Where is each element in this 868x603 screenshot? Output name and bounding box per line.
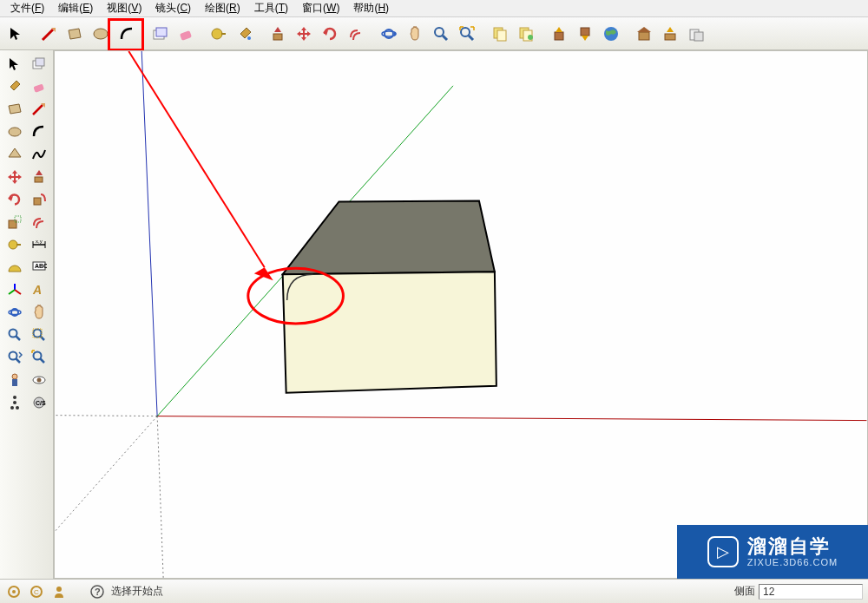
rotate-tool[interactable] — [318, 22, 342, 46]
menu-view[interactable]: 视图(V) — [100, 0, 148, 17]
viewport-3d[interactable] — [54, 50, 868, 579]
zoom-icon[interactable] — [3, 324, 26, 345]
svg-rect-28 — [33, 83, 44, 92]
offset-icon[interactable] — [28, 212, 50, 233]
menu-edit[interactable]: 编辑(E) — [51, 0, 100, 17]
polygon-icon[interactable] — [3, 144, 26, 165]
push-pull-tool[interactable] — [266, 22, 290, 46]
eraser-icon[interactable] — [28, 76, 50, 97]
arc-icon[interactable] — [28, 121, 50, 142]
look-around-icon[interactable] — [28, 370, 50, 390]
move-tool[interactable] — [292, 22, 316, 46]
tape-icon[interactable] — [3, 234, 26, 255]
layers-icon-2[interactable] — [514, 22, 538, 46]
rectangle-tool[interactable] — [62, 22, 87, 46]
circle-tool[interactable] — [89, 22, 113, 46]
rotate-icon[interactable] — [3, 189, 26, 210]
protractor-icon[interactable] — [3, 257, 26, 278]
status-geo-icon[interactable] — [5, 583, 23, 600]
globe-icon[interactable] — [599, 22, 623, 46]
rectangle-icon[interactable] — [3, 99, 26, 120]
svg-point-12 — [461, 28, 470, 36]
menu-help[interactable]: 帮助(H) — [346, 0, 396, 17]
previous-icon[interactable] — [3, 347, 26, 368]
select-icon[interactable] — [3, 54, 26, 75]
circle-icon[interactable] — [3, 121, 26, 142]
svg-rect-35 — [16, 244, 21, 246]
upload-icon[interactable] — [658, 22, 682, 46]
zoom-extents-tool[interactable] — [455, 22, 479, 46]
svg-line-44 — [15, 290, 21, 294]
svg-text:C: C — [34, 588, 39, 596]
svg-text:ABC: ABC — [35, 263, 47, 269]
orbit-tool[interactable] — [377, 22, 401, 46]
svg-line-54 — [16, 359, 20, 364]
left-toolbar: x,y ABC A C/S — [0, 50, 54, 579]
pan-tool[interactable] — [403, 22, 427, 46]
svg-point-57 — [12, 374, 17, 379]
measure-field[interactable]: 12 — [759, 584, 863, 600]
3dtext-icon[interactable]: A — [28, 279, 50, 300]
zoom-tool[interactable] — [429, 22, 453, 46]
followme-icon[interactable] — [28, 189, 50, 210]
position-camera-icon[interactable] — [3, 370, 26, 390]
paint-icon[interactable] — [3, 76, 26, 97]
status-credits-icon[interactable]: C — [28, 583, 45, 600]
status-hint: 选择开始点 — [111, 584, 163, 599]
menu-camera[interactable]: 镜头(C) — [148, 0, 198, 17]
get-models-tool[interactable] — [547, 22, 571, 46]
svg-point-64 — [13, 396, 16, 399]
svg-rect-7 — [273, 34, 282, 40]
svg-text:C/S: C/S — [36, 400, 46, 406]
svg-marker-67 — [283, 200, 495, 274]
zoom-extents-icon[interactable] — [28, 347, 50, 368]
svg-rect-32 — [9, 220, 16, 228]
component-icon[interactable] — [28, 54, 50, 75]
dimension-icon[interactable]: x,y — [28, 234, 50, 255]
orbit-icon[interactable] — [3, 302, 26, 323]
layers-icon[interactable] — [488, 22, 512, 46]
menu-file[interactable]: 文件(F) — [3, 0, 51, 17]
tape-measure-tool[interactable] — [207, 22, 231, 46]
warehouse-icon[interactable] — [632, 22, 656, 46]
menu-tools[interactable]: 工具(T) — [247, 0, 295, 17]
offset-tool[interactable] — [344, 22, 368, 46]
axis-green-neg — [56, 416, 158, 532]
walk-icon[interactable] — [3, 392, 26, 413]
axes-icon[interactable] — [3, 279, 26, 300]
svg-rect-31 — [34, 198, 41, 205]
svg-rect-20 — [581, 28, 589, 36]
pushpull-icon[interactable] — [28, 167, 50, 187]
pan-icon[interactable] — [28, 302, 50, 323]
export-icon[interactable] — [684, 22, 708, 46]
svg-rect-15 — [497, 30, 506, 41]
svg-point-10 — [435, 28, 444, 36]
svg-rect-23 — [665, 34, 675, 40]
svg-point-60 — [36, 378, 41, 383]
top-toolbar — [0, 17, 868, 50]
svg-point-0 — [94, 29, 108, 39]
make-component-tool[interactable] — [148, 22, 172, 46]
status-user-icon[interactable] — [50, 583, 68, 600]
move-icon[interactable] — [3, 167, 26, 187]
line-tool[interactable] — [36, 22, 61, 46]
scale-icon[interactable] — [3, 212, 26, 233]
svg-marker-68 — [283, 272, 496, 393]
line-icon[interactable] — [28, 99, 50, 120]
menu-draw[interactable]: 绘图(R) — [198, 0, 247, 17]
help-icon[interactable]: ? — [89, 583, 106, 600]
text-icon[interactable]: ABC — [28, 257, 50, 278]
menu-window[interactable]: 窗口(W) — [295, 0, 346, 17]
zoom-window-icon[interactable] — [28, 324, 50, 345]
eraser-tool[interactable] — [174, 22, 198, 46]
svg-point-53 — [9, 352, 16, 360]
freehand-icon[interactable] — [28, 144, 50, 165]
select-tool[interactable] — [3, 22, 28, 46]
axis-blue-neg — [157, 416, 163, 578]
play-icon: ▷ — [707, 536, 739, 567]
section-icon[interactable]: C/S — [28, 392, 50, 413]
share-model-tool[interactable] — [573, 22, 597, 46]
arc-tool[interactable] — [115, 22, 139, 46]
paint-bucket-tool[interactable] — [233, 22, 257, 46]
axis-red-neg — [56, 416, 158, 416]
